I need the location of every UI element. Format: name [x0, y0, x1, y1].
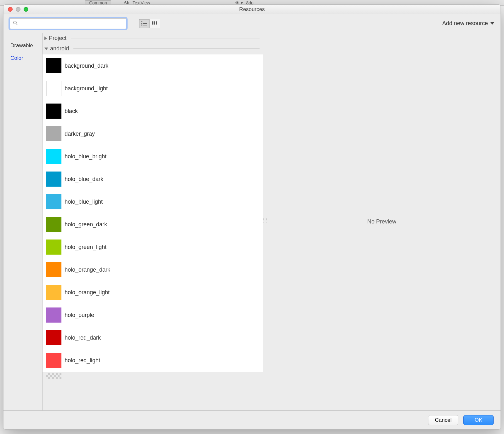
- color-item[interactable]: holo_red_dark: [43, 326, 263, 349]
- color-swatch: [46, 240, 61, 255]
- group-header-project[interactable]: Project: [43, 33, 263, 43]
- svg-rect-7: [143, 25, 147, 25]
- color-name-label: background_dark: [65, 63, 108, 69]
- disclosure-triangle-icon: [44, 37, 47, 40]
- color-name-label: holo_purple: [65, 312, 94, 318]
- svg-rect-4: [141, 23, 142, 24]
- svg-rect-12: [154, 23, 155, 25]
- search-input[interactable]: [10, 18, 126, 29]
- color-item[interactable]: background_light: [43, 77, 263, 100]
- color-item[interactable]: darker_gray: [43, 122, 263, 145]
- svg-rect-13: [156, 23, 157, 25]
- color-swatch-transparent: [46, 373, 61, 379]
- color-name-label: black: [65, 108, 78, 115]
- color-swatch: [46, 172, 61, 187]
- color-name-label: holo_green_dark: [65, 221, 107, 228]
- preview-placeholder: No Preview: [367, 218, 396, 225]
- color-swatch: [46, 285, 61, 300]
- color-item[interactable]: holo_blue_bright: [43, 145, 263, 168]
- color-item[interactable]: background_dark: [43, 54, 263, 77]
- svg-rect-10: [156, 21, 157, 23]
- color-swatch: [46, 194, 61, 209]
- color-swatch: [46, 126, 61, 141]
- color-item[interactable]: holo_blue_light: [43, 190, 263, 213]
- ok-button[interactable]: OK: [463, 415, 494, 425]
- svg-rect-6: [141, 25, 142, 25]
- splitter-handle[interactable]: ⋮⋮⋮⋮⋮⋮: [262, 217, 264, 227]
- add-new-resource-dropdown[interactable]: Add new resource: [442, 20, 494, 27]
- color-name-label: background_light: [65, 85, 108, 92]
- resources-dialog: Resources Add new resource Drawable: [3, 4, 501, 430]
- search-icon: [13, 20, 18, 27]
- color-swatch: [46, 149, 61, 164]
- color-item[interactable]: black: [43, 100, 263, 122]
- titlebar: Resources: [3, 5, 501, 14]
- group-header-android[interactable]: android: [43, 43, 263, 54]
- svg-rect-8: [152, 21, 153, 23]
- color-item[interactable]: holo_orange_dark: [43, 258, 263, 281]
- svg-rect-3: [143, 22, 147, 22]
- color-item[interactable]: holo_purple: [43, 304, 263, 326]
- color-item[interactable]: holo_orange_light: [43, 281, 263, 304]
- color-item[interactable]: holo_red_light: [43, 349, 263, 372]
- dialog-title: Resources: [3, 6, 501, 13]
- color-name-label: holo_red_dark: [65, 335, 101, 341]
- color-swatch: [46, 58, 61, 73]
- color-name-label: holo_green_light: [65, 244, 106, 251]
- color-item[interactable]: [43, 372, 263, 380]
- color-swatch: [46, 217, 61, 232]
- sidebar-item-label: Color: [10, 55, 23, 61]
- resource-list-pane[interactable]: Project android background_darkbackgroun…: [43, 33, 263, 410]
- color-name-label: holo_orange_light: [65, 289, 110, 296]
- sidebar-item-drawable[interactable]: Drawable: [3, 39, 42, 52]
- color-name-label: holo_red_light: [65, 357, 100, 364]
- sidebar-item-color[interactable]: Color: [3, 52, 42, 65]
- list-view-button[interactable]: [139, 19, 150, 28]
- svg-point-0: [14, 21, 16, 24]
- group-name: android: [50, 45, 69, 52]
- color-name-label: holo_blue_bright: [65, 153, 106, 160]
- color-swatch: [46, 81, 61, 96]
- grid-view-button[interactable]: [150, 19, 160, 28]
- color-swatch: [46, 262, 61, 277]
- svg-rect-5: [143, 23, 147, 24]
- color-name-label: darker_gray: [65, 131, 95, 137]
- cancel-button[interactable]: Cancel: [428, 415, 458, 425]
- color-item[interactable]: holo_green_dark: [43, 213, 263, 236]
- view-mode-toggle: [139, 19, 160, 28]
- disclosure-triangle-icon: [44, 48, 48, 50]
- color-name-label: holo_orange_dark: [65, 267, 110, 273]
- add-new-resource-label: Add new resource: [442, 20, 488, 27]
- color-swatch: [46, 307, 61, 323]
- preview-pane: ⋮⋮⋮⋮⋮⋮ No Preview: [263, 33, 501, 410]
- dialog-footer: Cancel OK: [3, 410, 501, 429]
- svg-rect-11: [152, 23, 153, 25]
- svg-line-1: [16, 24, 17, 25]
- color-swatch: [46, 353, 61, 368]
- svg-rect-9: [154, 21, 155, 23]
- color-name-label: holo_blue_light: [65, 199, 103, 205]
- chevron-down-icon: [490, 22, 494, 25]
- sidebar-item-label: Drawable: [10, 42, 33, 48]
- color-name-label: holo_blue_dark: [65, 176, 103, 183]
- toolbar: Add new resource: [3, 14, 501, 33]
- group-name: Project: [49, 35, 66, 42]
- color-item[interactable]: holo_green_light: [43, 236, 263, 258]
- color-swatch: [46, 330, 61, 345]
- svg-rect-2: [141, 21, 142, 22]
- resource-type-sidebar: Drawable Color: [3, 33, 43, 410]
- color-item[interactable]: holo_blue_dark: [43, 168, 263, 190]
- color-swatch: [46, 104, 61, 119]
